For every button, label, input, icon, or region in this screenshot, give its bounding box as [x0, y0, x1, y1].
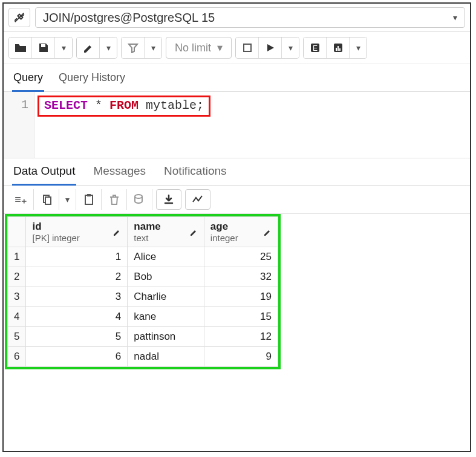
- chevron-down-icon: ▾: [356, 43, 360, 53]
- limit-label: No limit: [175, 42, 211, 54]
- pencil-icon[interactable]: [263, 228, 272, 236]
- caret-down-icon: ▾: [217, 41, 223, 54]
- copy-dropdown[interactable]: ▾: [59, 189, 76, 210]
- connection-selector[interactable]: JOIN/postgres@PostgreSQL 15 ▾: [35, 7, 465, 28]
- chevron-down-icon: ▾: [453, 13, 457, 22]
- disconnect-button[interactable]: [8, 8, 30, 27]
- chevron-down-icon: ▾: [62, 43, 66, 53]
- cell-age[interactable]: 9: [204, 347, 278, 367]
- rows-plus-icon: ≡₊: [15, 193, 27, 206]
- funnel-icon: [128, 42, 139, 53]
- editor-tabs: Query Query History: [4, 64, 470, 92]
- semicolon: ;: [197, 99, 204, 112]
- graph-visualize-button[interactable]: [185, 189, 210, 210]
- tab-data-output[interactable]: Data Output: [12, 161, 76, 186]
- col-type: integer: [210, 233, 238, 243]
- explain-button[interactable]: E: [304, 37, 327, 58]
- save-data-button[interactable]: [127, 189, 152, 210]
- cell-name[interactable]: Bob: [128, 267, 204, 287]
- svg-rect-6: [336, 48, 337, 51]
- column-header-id[interactable]: id [PK] integer: [26, 217, 128, 247]
- table-row[interactable]: 2 2 Bob 32: [8, 267, 278, 287]
- limit-selector[interactable]: No limit ▾: [166, 37, 232, 59]
- col-name: age: [210, 221, 228, 232]
- database-save-icon: [134, 193, 146, 206]
- chevron-down-icon: ▾: [65, 195, 70, 204]
- cell-age[interactable]: 15: [204, 307, 278, 327]
- cell-id[interactable]: 1: [26, 247, 128, 267]
- connection-bar: JOIN/postgres@PostgreSQL 15 ▾: [4, 4, 470, 32]
- cell-id[interactable]: 3: [26, 287, 128, 307]
- line-chart-icon: [192, 195, 204, 204]
- cell-name[interactable]: Alice: [128, 247, 204, 267]
- svg-rect-2: [244, 44, 251, 51]
- filter-dropdown[interactable]: ▾: [145, 37, 161, 58]
- column-header-name[interactable]: name text: [128, 217, 204, 247]
- cell-id[interactable]: 6: [26, 347, 128, 367]
- svg-rect-11: [85, 195, 93, 204]
- svg-rect-7: [337, 46, 339, 51]
- edit-dropdown[interactable]: ▾: [100, 37, 117, 58]
- cell-name[interactable]: pattinson: [128, 327, 204, 347]
- results-body: 1 1 Alice 25 2 2 Bob 32 3 3 Charlie 19: [8, 247, 278, 367]
- add-row-button[interactable]: ≡₊: [8, 189, 34, 210]
- output-tabs: Data Output Messages Notifications: [4, 158, 470, 186]
- tab-query-history[interactable]: Query History: [57, 68, 126, 91]
- table-row[interactable]: 3 3 Charlie 19: [8, 287, 278, 307]
- explain-dropdown[interactable]: ▾: [350, 37, 367, 58]
- explain-icon: E: [310, 42, 321, 53]
- row-number-header: [8, 217, 26, 247]
- svg-text:E: E: [313, 44, 318, 53]
- cell-age[interactable]: 12: [204, 327, 278, 347]
- run-dropdown[interactable]: ▾: [282, 37, 299, 58]
- code-area[interactable]: SELECT * FROM mytable;: [35, 92, 213, 158]
- paste-button[interactable]: [76, 189, 102, 210]
- delete-button[interactable]: [102, 189, 127, 210]
- cell-name[interactable]: kane: [128, 307, 204, 327]
- filter-button[interactable]: [122, 37, 145, 58]
- open-file-button[interactable]: [9, 37, 32, 58]
- sql-editor[interactable]: 1 SELECT * FROM mytable;: [4, 92, 470, 158]
- copy-button[interactable]: [34, 189, 59, 210]
- pencil-icon[interactable]: [189, 228, 198, 236]
- edit-button[interactable]: [77, 37, 100, 58]
- svg-rect-1: [41, 44, 45, 47]
- column-header-age[interactable]: age integer: [204, 217, 278, 247]
- tab-notifications[interactable]: Notifications: [163, 161, 228, 185]
- col-type: text: [134, 233, 160, 243]
- table-row[interactable]: 5 5 pattinson 12: [8, 327, 278, 347]
- explain-analyze-button[interactable]: [327, 37, 350, 58]
- download-button[interactable]: [156, 189, 181, 210]
- run-button[interactable]: [259, 37, 282, 58]
- table-row[interactable]: 4 4 kane 15: [8, 307, 278, 327]
- cell-name[interactable]: nadal: [128, 347, 204, 367]
- tab-messages[interactable]: Messages: [92, 161, 147, 185]
- svg-rect-12: [87, 194, 91, 196]
- copy-icon: [41, 194, 52, 205]
- pencil-icon: [82, 42, 94, 54]
- save-dropdown[interactable]: ▾: [55, 37, 72, 58]
- chevron-down-icon: ▾: [289, 43, 293, 53]
- save-button[interactable]: [32, 37, 55, 58]
- cell-id[interactable]: 2: [26, 267, 128, 287]
- results-grid-highlight: id [PK] integer name text: [5, 214, 281, 369]
- table-row[interactable]: 6 6 nadal 9: [8, 347, 278, 367]
- cell-age[interactable]: 19: [204, 287, 278, 307]
- stop-button[interactable]: [236, 37, 259, 58]
- tab-query[interactable]: Query: [12, 68, 44, 92]
- svg-point-13: [135, 195, 142, 198]
- row-number: 6: [8, 347, 26, 367]
- cell-id[interactable]: 4: [26, 307, 128, 327]
- output-toolbar: ≡₊ ▾: [4, 186, 470, 214]
- cell-age[interactable]: 32: [204, 267, 278, 287]
- cell-age[interactable]: 25: [204, 247, 278, 267]
- cell-id[interactable]: 5: [26, 327, 128, 347]
- table-row[interactable]: 1 1 Alice 25: [8, 247, 278, 267]
- cell-name[interactable]: Charlie: [128, 287, 204, 307]
- keyword-select: SELECT: [44, 99, 88, 112]
- row-number: 1: [8, 247, 26, 267]
- pencil-icon[interactable]: [112, 228, 121, 236]
- col-name: name: [134, 221, 160, 232]
- results-table[interactable]: id [PK] integer name text: [7, 216, 278, 367]
- connection-label: JOIN/postgres@PostgreSQL 15: [43, 11, 215, 25]
